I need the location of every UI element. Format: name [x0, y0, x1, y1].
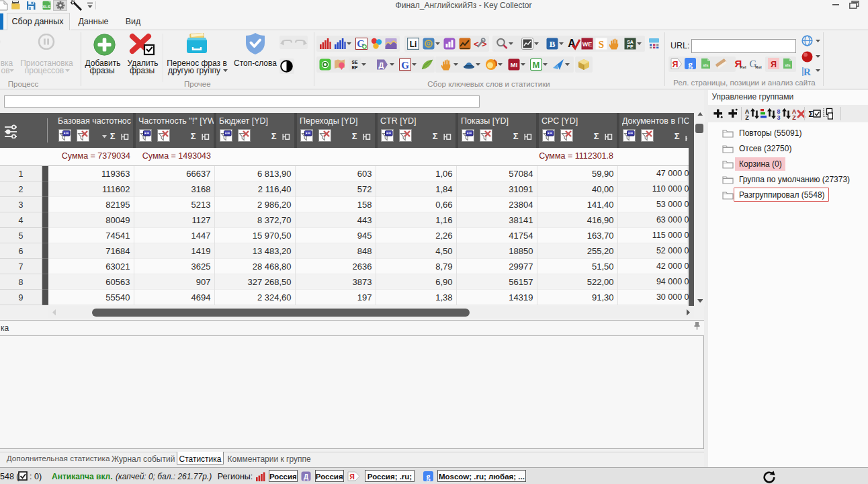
svg-text:Д: Д: [379, 61, 384, 69]
svg-text:S: S: [598, 39, 603, 50]
svg-text:Z: Z: [745, 114, 749, 120]
svg-text:R: R: [804, 67, 811, 77]
svg-text:3: 3: [777, 114, 780, 120]
svg-text:MI: MI: [510, 61, 517, 69]
svg-text:g: g: [688, 59, 693, 69]
svg-text:M: M: [532, 60, 539, 70]
svg-text:Я: Я: [771, 60, 777, 69]
svg-text:SA: SA: [627, 40, 634, 44]
svg-text:RP: RP: [352, 65, 359, 70]
svg-text:Z: Z: [792, 114, 796, 120]
svg-text:xls: xls: [703, 63, 709, 67]
svg-text:Я: Я: [672, 60, 678, 69]
svg-text:xls: xls: [785, 63, 791, 67]
svg-text:PE: PE: [627, 44, 634, 49]
svg-text:WE: WE: [582, 41, 592, 48]
svg-text:Rel: Rel: [740, 65, 746, 69]
svg-text:Li: Li: [410, 40, 417, 49]
svg-text:B: B: [549, 39, 555, 49]
svg-text:XLS: XLS: [42, 4, 50, 8]
svg-text:Rel: Rel: [755, 65, 762, 69]
svg-text:G: G: [401, 59, 409, 70]
